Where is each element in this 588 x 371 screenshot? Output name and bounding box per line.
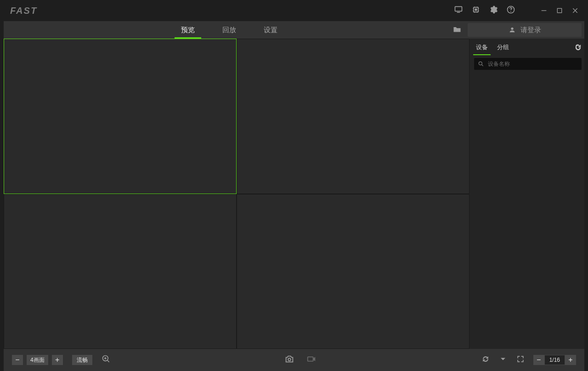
refresh-icon[interactable] — [575, 44, 582, 53]
page-prev-button[interactable]: − — [533, 355, 544, 365]
side-tab-device[interactable]: 设备 — [474, 42, 490, 54]
monitor-icon[interactable] — [454, 5, 463, 16]
stream-quality-button[interactable]: 流畅 — [72, 355, 92, 365]
device-search[interactable] — [474, 58, 582, 70]
gear-icon[interactable] — [489, 5, 498, 16]
expand-down-icon[interactable] — [498, 354, 508, 365]
search-icon — [478, 61, 484, 67]
svg-point-8 — [511, 28, 513, 30]
title-bar-icons — [454, 5, 579, 16]
title-bar: FAST — [0, 0, 588, 21]
svg-point-5 — [510, 11, 511, 12]
video-cell-0[interactable] — [4, 39, 237, 194]
svg-rect-1 — [457, 12, 460, 13]
cpu-icon[interactable] — [471, 5, 481, 16]
user-icon — [509, 26, 516, 34]
cycle-icon[interactable] — [481, 354, 490, 365]
tab-playback[interactable]: 回放 — [209, 21, 250, 39]
layout-increase-button[interactable]: + — [52, 355, 63, 365]
svg-point-9 — [479, 62, 482, 65]
svg-rect-12 — [308, 357, 313, 361]
zoom-in-icon[interactable] — [102, 354, 111, 365]
record-icon[interactable] — [306, 354, 317, 366]
fullscreen-icon[interactable] — [516, 354, 525, 365]
page-next-button[interactable]: + — [565, 355, 576, 365]
video-cell-3[interactable] — [237, 194, 469, 349]
tab-preview[interactable]: 预览 — [167, 21, 209, 39]
device-panel: 设备 分组 — [469, 39, 584, 349]
main-area: 设备 分组 — [4, 39, 584, 349]
camera-icon[interactable] — [284, 354, 294, 366]
main-tabs: 预览 回放 设置 — [4, 21, 291, 39]
svg-rect-7 — [557, 8, 561, 12]
bottom-bar: − 4画面 + 流畅 − 1/16 + — [4, 349, 584, 371]
page-cluster: − 1/16 + — [533, 355, 576, 365]
svg-rect-0 — [455, 6, 462, 11]
video-cell-2[interactable] — [4, 194, 237, 349]
folder-icon[interactable] — [453, 26, 461, 34]
video-cell-1[interactable] — [237, 39, 469, 194]
svg-rect-6 — [542, 10, 547, 11]
layout-label: 4画面 — [27, 355, 48, 365]
app-logo: FAST — [10, 6, 37, 16]
maximize-button[interactable] — [556, 7, 563, 14]
close-button[interactable] — [571, 7, 579, 14]
minimize-button[interactable] — [540, 7, 548, 14]
tab-settings[interactable]: 设置 — [250, 21, 291, 39]
svg-rect-3 — [475, 9, 477, 11]
capture-group — [284, 354, 317, 366]
side-tab-group[interactable]: 分组 — [495, 42, 511, 54]
video-grid — [4, 39, 469, 349]
svg-point-11 — [288, 358, 291, 361]
bottom-right-group: − 1/16 + — [481, 354, 576, 365]
main-toolbar: 预览 回放 设置 请登录 — [4, 21, 584, 39]
device-search-input[interactable] — [488, 61, 578, 67]
login-button[interactable]: 请登录 — [468, 23, 582, 37]
page-display: 1/16 — [544, 355, 565, 365]
login-label: 请登录 — [520, 26, 541, 34]
device-panel-tabs: 设备 分组 — [474, 41, 582, 55]
layout-decrease-button[interactable]: − — [12, 355, 23, 365]
help-icon[interactable] — [506, 5, 515, 16]
layout-cluster: − 4画面 + — [12, 355, 63, 365]
